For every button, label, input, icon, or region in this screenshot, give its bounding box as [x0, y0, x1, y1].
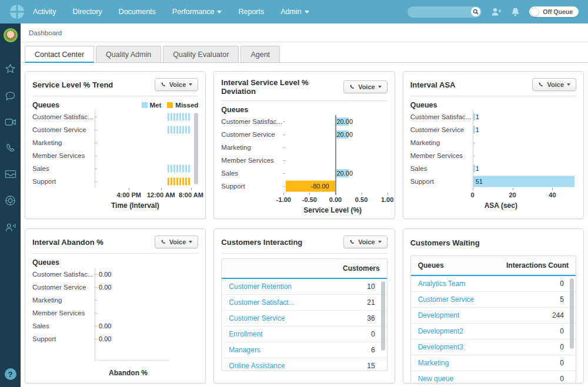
chart-row: Member Services: [410, 149, 576, 162]
nav-item-label: Reports: [238, 8, 264, 16]
chart-scrollbar[interactable]: [194, 113, 198, 184]
x-tick-mark: [552, 188, 553, 190]
nav-item-label: Directory: [73, 8, 102, 16]
queue-link[interactable]: Managers: [229, 346, 260, 354]
queue-link[interactable]: Enrollment: [229, 330, 262, 338]
queue-link[interactable]: Customer Service: [418, 295, 474, 304]
category-tick-mark: [95, 169, 97, 169]
abandon-value: 0.00: [99, 335, 111, 342]
nav-item-label: Documents: [119, 8, 156, 16]
queues-group-label: Queues: [32, 258, 59, 267]
agent-voice-icon[interactable]: [5, 222, 16, 233]
app-logo-icon[interactable]: [9, 4, 25, 19]
chart-plot-row: [473, 149, 576, 162]
chart-row: Support: [32, 175, 198, 188]
chart-row: Marketing: [32, 294, 198, 307]
queue-label: Marketing: [32, 297, 95, 304]
voice-dropdown-button[interactable]: Voice: [343, 80, 387, 93]
chat-icon[interactable]: [5, 90, 16, 102]
asa-bar: [473, 126, 475, 134]
voice-dropdown-button[interactable]: Voice: [155, 78, 199, 91]
phone-icon[interactable]: [5, 143, 16, 153]
queue-link[interactable]: Development2: [418, 327, 463, 335]
chart-row: Member Services: [221, 154, 387, 167]
nav-item-activity[interactable]: Activity: [33, 8, 56, 16]
queue-link[interactable]: Analytics Team: [418, 280, 465, 288]
tab-agent[interactable]: Agent: [240, 46, 280, 63]
search-icon[interactable]: [471, 7, 480, 16]
search-input[interactable]: [412, 7, 471, 17]
help-icon[interactable]: ?: [5, 368, 16, 380]
legend-swatch-icon: [167, 102, 173, 108]
nav-item-reports[interactable]: Reports: [238, 8, 264, 16]
chevron-down-icon: [567, 83, 570, 86]
video-icon[interactable]: [5, 117, 16, 127]
asa-bar: [473, 113, 475, 121]
queue-link[interactable]: Development3: [418, 343, 463, 351]
table-row: Customer Retention10: [222, 279, 386, 295]
nav-item-directory[interactable]: Directory: [73, 8, 102, 16]
table-row: Enrollment0: [222, 327, 386, 342]
chart-row: Support0.00: [32, 332, 198, 345]
chart-top-row: QueuesMetMissed: [32, 101, 198, 109]
table-scrollbar[interactable]: [570, 278, 574, 349]
x-tick-label: 12:00 AM: [147, 191, 175, 198]
favorites-star-icon[interactable]: [5, 63, 16, 75]
chart-plot-row: 1: [473, 110, 576, 123]
interactions-count: 0: [560, 343, 564, 351]
tab-quality-evaluator[interactable]: Quality Evaluator: [163, 46, 239, 63]
nav-menu: ActivityDirectoryDocumentsPerformanceRep…: [33, 8, 309, 16]
main-content: Dashboard Contact CenterQuality AdminQua…: [21, 23, 588, 383]
queue-link[interactable]: Online Assistance: [229, 362, 285, 370]
queue-link[interactable]: Customer Satisfact...: [229, 298, 294, 307]
voice-dropdown-button[interactable]: Voice: [155, 235, 199, 248]
x-axis-label: Service Level (%): [303, 206, 387, 214]
tab-contact-center[interactable]: Contact Center: [25, 46, 94, 63]
chart-plot-row: [95, 149, 198, 162]
met-interval-bars: [168, 113, 190, 121]
off-queue-toggle[interactable]: Off Queue: [529, 6, 579, 17]
chart-row: Customer Satisfac...1: [410, 110, 576, 123]
queue-label: Member Services: [410, 152, 473, 159]
queue-link[interactable]: Customer Service: [229, 314, 285, 322]
voice-button-label: Voice: [547, 81, 564, 88]
queue-link[interactable]: Customer Retention: [229, 282, 292, 291]
nav-item-documents[interactable]: Documents: [119, 8, 156, 16]
queue-label: Customer Satisfac...: [32, 271, 95, 278]
breadcrumb[interactable]: Dashboard: [29, 29, 62, 36]
table-scrollbar[interactable]: [381, 281, 385, 351]
queue-link[interactable]: Development: [418, 311, 460, 319]
left-sidebar: ?: [0, 23, 21, 387]
bell-icon[interactable]: [511, 7, 520, 16]
nav-item-label: Performance: [172, 8, 215, 16]
x-tick-mark: [387, 193, 388, 195]
nav-item-performance[interactable]: Performance: [172, 8, 222, 16]
chart-plot-row: 1: [473, 162, 576, 175]
category-tick-mark: [283, 160, 285, 161]
avatar[interactable]: [4, 28, 18, 42]
voice-dropdown-button[interactable]: Voice: [532, 78, 576, 91]
queue-label: Support: [221, 183, 283, 190]
chart-rows: Customer Satisfac...20.00Customer Servic…: [221, 115, 387, 193]
panel-interval-abandon: Interval Abandon %VoiceQueuesCustomer Sa…: [25, 228, 206, 383]
queue-label: Sales: [410, 165, 473, 172]
category-tick-mark: [283, 134, 285, 135]
nav-item-admin[interactable]: Admin: [280, 8, 309, 16]
table-body: Analytics Team0Customer Service5Developm…: [411, 276, 576, 383]
abandon-value: 0.00: [99, 322, 111, 329]
phone-icon: [161, 239, 166, 245]
voice-button-label: Voice: [358, 83, 375, 90]
missed-interval-bars: [168, 178, 190, 186]
chart-row: Support51: [410, 175, 576, 188]
voice-dropdown-button[interactable]: Voice: [343, 235, 387, 248]
queue-label: Marketing: [221, 144, 283, 151]
compass-icon[interactable]: [5, 195, 16, 206]
queue-link[interactable]: Marketing: [418, 359, 449, 367]
queue-link[interactable]: New queue: [418, 375, 454, 383]
abandon-value: 0.00: [99, 271, 111, 278]
inbox-icon[interactable]: [5, 169, 16, 179]
tab-quality-admin[interactable]: Quality Admin: [96, 46, 161, 63]
person-add-icon[interactable]: [491, 7, 502, 16]
chart-row: Support-80.00: [221, 180, 387, 193]
chart-row: Member Services: [32, 307, 198, 319]
